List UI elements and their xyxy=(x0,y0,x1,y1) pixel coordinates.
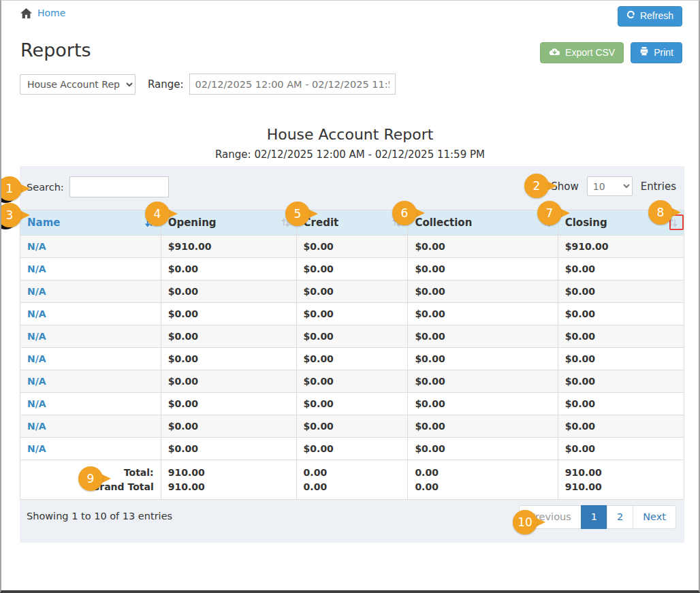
row-name-cell: N/A xyxy=(20,236,161,258)
column-header-closing[interactable]: Closing xyxy=(558,210,684,236)
sort-desc-icon[interactable] xyxy=(145,218,155,228)
account-link[interactable]: N/A xyxy=(27,353,46,364)
row-collection-cell: $0.00 xyxy=(408,325,558,348)
sort-both-icon[interactable] xyxy=(281,218,291,228)
range-label: Range: xyxy=(148,78,184,91)
row-name-cell: N/A xyxy=(20,348,161,370)
cloud-download-icon xyxy=(549,47,560,59)
column-header-name[interactable]: Name xyxy=(20,210,161,236)
report-type-select[interactable]: House Account Report xyxy=(20,74,136,95)
account-link[interactable]: N/A xyxy=(27,286,46,297)
breadcrumb: Home xyxy=(20,7,682,18)
row-name-cell: N/A xyxy=(20,281,161,303)
sort-both-icon[interactable] xyxy=(668,218,678,228)
column-header-credit[interactable]: Credit xyxy=(296,210,408,236)
totals-collection-cell: 0.000.00 xyxy=(408,460,558,500)
report-title: House Account Report xyxy=(1,126,699,143)
account-link[interactable]: N/A xyxy=(27,308,46,319)
row-opening-cell: $0.00 xyxy=(161,370,296,393)
sort-both-icon[interactable] xyxy=(392,218,402,228)
row-closing-cell: $0.00 xyxy=(558,393,684,415)
row-credit-cell: $0.00 xyxy=(296,438,408,460)
table-row: N/A $0.00 $0.00 $0.00 $0.00 xyxy=(20,438,684,460)
breadcrumb-home-link[interactable]: Home xyxy=(37,7,65,18)
row-credit-cell: $0.00 xyxy=(296,258,408,281)
account-link[interactable]: N/A xyxy=(27,376,46,387)
row-name-cell: N/A xyxy=(20,325,161,348)
row-collection-cell: $0.00 xyxy=(408,348,558,370)
row-collection-cell: $0.00 xyxy=(408,281,558,303)
row-closing-cell: $0.00 xyxy=(558,281,684,303)
filters-row: House Account Report Range: xyxy=(20,74,396,95)
totals-row: Total: Grand Total 910.00910.00 0.000.00… xyxy=(20,460,684,500)
table-row: N/A $0.00 $0.00 $0.00 $0.00 xyxy=(20,370,684,393)
row-closing-cell: $910.00 xyxy=(558,236,684,258)
pagination-next-button[interactable]: Next xyxy=(633,505,676,529)
totals-closing-cell: 910.00910.00 xyxy=(558,460,684,500)
account-link[interactable]: N/A xyxy=(27,241,46,252)
row-credit-cell: $0.00 xyxy=(296,236,408,258)
table-row: N/A $910.00 $0.00 $0.00 $910.00 xyxy=(20,236,684,258)
account-link[interactable]: N/A xyxy=(27,331,46,342)
totals-label-cell: Total: Grand Total xyxy=(20,460,161,500)
row-collection-cell: $0.00 xyxy=(408,303,558,325)
table-row: N/A $0.00 $0.00 $0.00 $0.00 xyxy=(20,303,684,325)
header-actions: Export CSV Print xyxy=(540,42,682,63)
row-opening-cell: $0.00 xyxy=(161,393,296,415)
sort-both-icon[interactable] xyxy=(542,218,552,228)
pagination-page-1-button[interactable]: 1 xyxy=(581,505,607,529)
top-bar: Home Refresh xyxy=(20,7,682,27)
table-body: N/A $910.00 $0.00 $0.00 $910.00 N/A $0.0… xyxy=(20,236,684,460)
row-credit-cell: $0.00 xyxy=(296,348,408,370)
table-row: N/A $0.00 $0.00 $0.00 $0.00 xyxy=(20,325,684,348)
row-closing-cell: $0.00 xyxy=(558,415,684,438)
account-link[interactable]: N/A xyxy=(27,263,46,274)
home-icon xyxy=(20,8,32,18)
search-input[interactable] xyxy=(69,176,169,197)
search-label: Search: xyxy=(27,182,64,193)
pagination-page-2-button[interactable]: 2 xyxy=(607,505,633,529)
account-link[interactable]: N/A xyxy=(27,398,46,409)
row-credit-cell: $0.00 xyxy=(296,415,408,438)
report-table: Name Opening Credit xyxy=(20,210,684,500)
totals-opening-cell: 910.00910.00 xyxy=(161,460,296,500)
row-opening-cell: $0.00 xyxy=(161,258,296,281)
row-opening-cell: $0.00 xyxy=(161,438,296,460)
pagination: Previous 1 2 Next xyxy=(519,505,676,529)
row-collection-cell: $0.00 xyxy=(408,236,558,258)
refresh-button[interactable]: Refresh xyxy=(618,6,682,27)
row-collection-cell: $0.00 xyxy=(408,393,558,415)
entries-select[interactable]: 10 xyxy=(587,176,633,196)
table-row: N/A $0.00 $0.00 $0.00 $0.00 xyxy=(20,281,684,303)
row-closing-cell: $0.00 xyxy=(558,325,684,348)
account-link[interactable]: N/A xyxy=(27,443,46,454)
print-button[interactable]: Print xyxy=(631,42,682,63)
row-closing-cell: $0.00 xyxy=(558,303,684,325)
column-header-opening[interactable]: Opening xyxy=(161,210,296,236)
column-header-collection[interactable]: Collection xyxy=(408,210,558,236)
range-input[interactable] xyxy=(189,74,396,95)
row-opening-cell: $0.00 xyxy=(161,281,296,303)
show-label: Show xyxy=(551,180,578,193)
table-footer: Showing 1 to 10 of 13 entries Previous 1… xyxy=(20,500,684,543)
account-link[interactable]: N/A xyxy=(27,421,46,432)
row-credit-cell: $0.00 xyxy=(296,325,408,348)
row-closing-cell: $0.00 xyxy=(558,258,684,281)
app-window: Home Refresh Reports Export CSV Print xyxy=(0,0,700,593)
row-closing-cell: $0.00 xyxy=(558,438,684,460)
row-credit-cell: $0.00 xyxy=(296,303,408,325)
row-collection-cell: $0.00 xyxy=(408,370,558,393)
pagination-previous-button[interactable]: Previous xyxy=(519,505,581,529)
table-row: N/A $0.00 $0.00 $0.00 $0.00 xyxy=(20,258,684,281)
page-header: Reports Export CSV Print xyxy=(20,39,682,67)
row-credit-cell: $0.00 xyxy=(296,393,408,415)
table-controls: Search: Show 10 Entries xyxy=(20,166,684,210)
print-label: Print xyxy=(654,47,673,59)
export-csv-button[interactable]: Export CSV xyxy=(540,42,624,63)
row-closing-cell: $0.00 xyxy=(558,370,684,393)
printer-icon xyxy=(639,46,649,59)
row-name-cell: N/A xyxy=(20,438,161,460)
entries-label: Entries xyxy=(641,180,676,193)
table-header-row: Name Opening Credit xyxy=(20,210,684,236)
table-row: N/A $0.00 $0.00 $0.00 $0.00 xyxy=(20,348,684,370)
